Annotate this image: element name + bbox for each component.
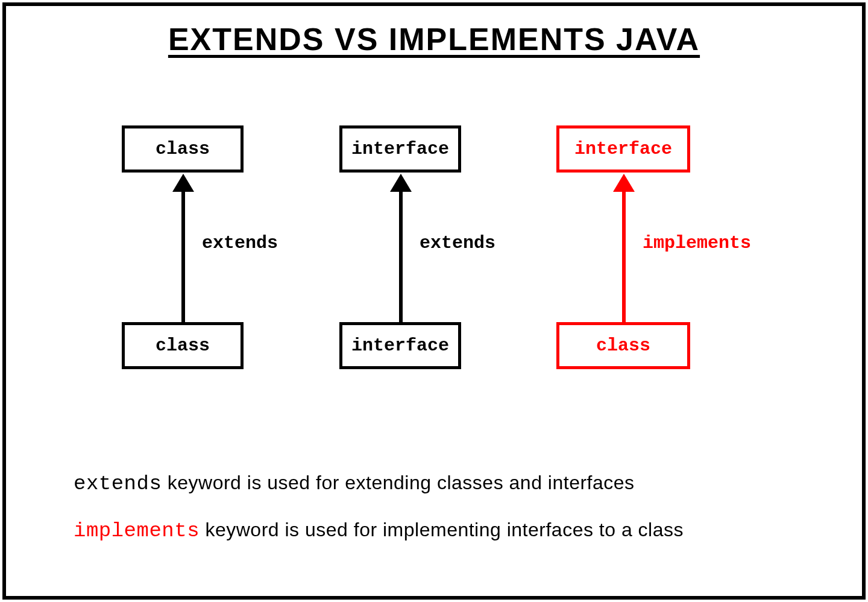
box-col2-bottom: interface [339,322,461,369]
box-col1-bottom: class [122,322,244,369]
arrow-line-col3 [622,191,626,322]
arrow-head-col3 [613,174,635,192]
box-col3-bottom: class [556,322,690,369]
page-title: EXTENDS VS IMPLEMENTS JAVA [6,21,862,57]
arrow-head-col2 [390,174,412,192]
arrow-line-col1 [181,191,185,322]
relation-label-col3: implements [643,233,751,253]
box-col2-top: interface [339,125,461,173]
relation-label-col2: extends [420,233,495,253]
box-col3-top: interface [556,125,690,173]
diagram-frame: EXTENDS VS IMPLEMENTS JAVA class extends… [2,2,866,600]
description-extends: extends keyword is used for extending cl… [74,472,635,495]
description-extends-text: keyword is used for extending classes an… [162,472,634,493]
arrow-line-col2 [399,191,403,322]
keyword-implements: implements [74,519,200,542]
arrow-head-col1 [172,174,194,192]
description-implements-text: keyword is used for implementing interfa… [200,519,684,540]
box-col1-top: class [122,125,244,173]
description-implements: implements keyword is used for implement… [74,519,684,542]
keyword-extends: extends [74,472,162,495]
relation-label-col1: extends [202,233,278,253]
